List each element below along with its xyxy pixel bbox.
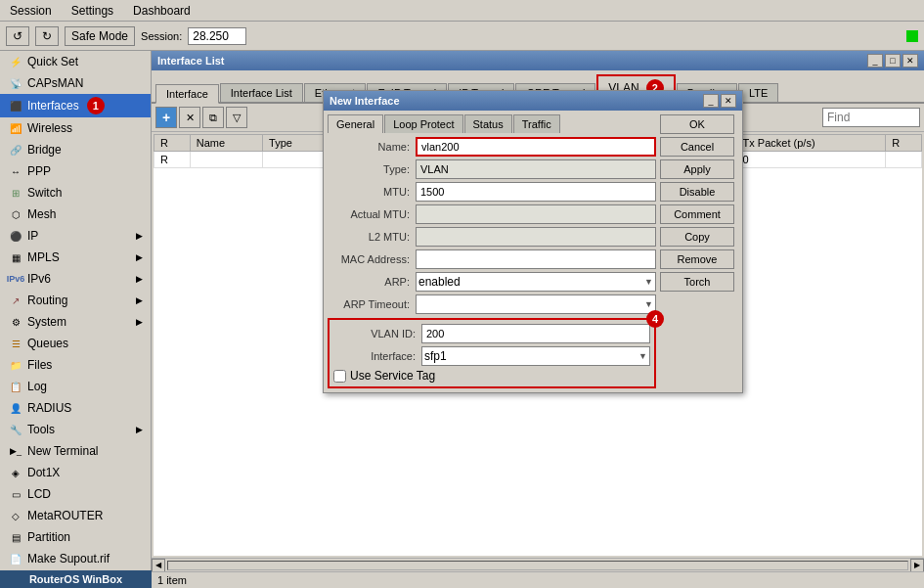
dialog-minimize-button[interactable]: _: [703, 94, 719, 108]
safe-mode-label: Safe Mode: [71, 29, 128, 43]
form-row-interface: Interface: sfp1 ▼: [333, 346, 650, 366]
dialog-tab-traffic[interactable]: Traffic: [513, 114, 560, 133]
sidebar-item-wireless[interactable]: 📶 Wireless: [0, 117, 151, 139]
sidebar-item-label: MPLS: [27, 250, 60, 264]
sidebar-item-bridge[interactable]: 🔗 Bridge: [0, 139, 151, 160]
menu-settings[interactable]: Settings: [66, 2, 119, 20]
actual-mtu-input: [416, 204, 656, 224]
sidebar-item-quick-set[interactable]: ⚡ Quick Set: [0, 51, 151, 72]
cancel-button[interactable]: Cancel: [660, 137, 734, 157]
quick-set-icon: ⚡: [8, 54, 23, 69]
session-value: 28.250: [188, 27, 246, 45]
sidebar-item-radius[interactable]: 👤 RADIUS: [0, 397, 151, 419]
interface-select[interactable]: sfp1 ▼: [421, 346, 650, 366]
ok-button[interactable]: OK: [660, 114, 734, 134]
remove-dialog-button[interactable]: Remove: [660, 249, 734, 269]
filter-button[interactable]: ▽: [226, 107, 247, 128]
dialog-close-button[interactable]: ✕: [721, 94, 736, 108]
ipv6-arrow-icon: ▶: [136, 274, 143, 284]
col-header-r[interactable]: R: [154, 135, 191, 152]
window-restore-button[interactable]: □: [885, 54, 901, 68]
dialog-tab-general[interactable]: General: [328, 114, 383, 133]
copy-button[interactable]: ⧉: [202, 107, 224, 128]
arp-timeout-label: ARP Timeout:: [328, 298, 416, 310]
lcd-icon: ▭: [8, 486, 23, 502]
sidebar-item-ipv6[interactable]: IPv6 IPv6 ▶: [0, 268, 151, 290]
window-close-button[interactable]: ✕: [902, 54, 918, 68]
sidebar-item-switch[interactable]: ⊞ Switch: [0, 182, 151, 204]
vlan-id-label: VLAN ID:: [333, 328, 421, 339]
arp-value: enabled: [418, 275, 461, 289]
sidebar-item-label: Dot1X: [27, 466, 60, 479]
disable-button[interactable]: Disable: [660, 182, 734, 202]
mtu-input[interactable]: [416, 182, 656, 202]
remove-button[interactable]: ✕: [179, 107, 200, 128]
arp-timeout-select[interactable]: ▼: [416, 294, 656, 314]
menu-dashboard[interactable]: Dashboard: [127, 2, 197, 20]
tab-interface-list[interactable]: Interface List: [220, 83, 303, 102]
sidebar-item-ppp[interactable]: ↔ PPP: [0, 160, 151, 182]
undo-button[interactable]: ↺: [6, 26, 29, 46]
col-header-tx-pps[interactable]: Tx Packet (p/s): [736, 135, 886, 152]
sidebar-item-new-terminal[interactable]: ▶_ New Terminal: [0, 440, 151, 462]
sidebar-item-interfaces[interactable]: ⬛ Interfaces 1: [0, 94, 151, 117]
sidebar-item-queues[interactable]: ☰ Queues: [0, 333, 151, 354]
comment-button[interactable]: Comment: [660, 204, 734, 224]
files-icon: 📁: [8, 357, 23, 373]
apply-button[interactable]: Apply: [660, 159, 734, 179]
find-input[interactable]: [822, 108, 920, 127]
col-header-r2[interactable]: R: [886, 135, 922, 152]
torch-button[interactable]: Torch: [660, 272, 734, 292]
dialog-titlebar: New Interface _ ✕: [324, 91, 742, 111]
partition-icon: ▤: [8, 529, 23, 545]
sidebar-item-label: RADIUS: [27, 401, 71, 415]
sidebar-item-capsman[interactable]: 📡 CAPsMAN: [0, 72, 151, 94]
use-service-tag-checkbox[interactable]: [333, 370, 346, 383]
dialog-tab-loop-protect[interactable]: Loop Protect: [384, 114, 462, 133]
dialog-tab-status[interactable]: Status: [464, 114, 512, 133]
tab-interface[interactable]: Interface: [155, 84, 219, 104]
redo-button[interactable]: ↻: [35, 26, 59, 46]
window-minimize-button[interactable]: _: [867, 54, 883, 68]
sidebar-item-routing[interactable]: ↗ Routing ▶: [0, 290, 151, 311]
sidebar-item-system[interactable]: ⚙ System ▶: [0, 311, 151, 333]
sidebar-item-label: Quick Set: [27, 55, 78, 68]
form-badge: 4: [646, 310, 664, 328]
col-header-type[interactable]: Type: [263, 135, 327, 152]
sidebar-item-dot1x[interactable]: ◈ Dot1X: [0, 462, 151, 483]
scroll-right-button[interactable]: ▶: [910, 559, 924, 572]
mac-input[interactable]: [416, 249, 656, 269]
sidebar-item-tools[interactable]: 🔧 Tools ▶: [0, 419, 151, 440]
sidebar-item-label: PPP: [27, 164, 51, 178]
sidebar-item-make-supout[interactable]: 📄 Make Supout.rif: [0, 548, 151, 569]
safe-mode-button[interactable]: Safe Mode: [65, 26, 135, 46]
interface-value: sfp1: [424, 349, 447, 363]
add-button[interactable]: +: [155, 107, 177, 128]
name-input[interactable]: [416, 137, 656, 157]
capsman-icon: 📡: [8, 75, 23, 91]
sidebar-item-ip[interactable]: ⚫ IP ▶: [0, 225, 151, 247]
vlan-id-input[interactable]: [421, 324, 650, 343]
content-area: Interface List _ □ ✕ Interface Interface…: [152, 51, 924, 588]
arp-select[interactable]: enabled ▼: [416, 272, 656, 292]
toolbar: ↺ ↻ Safe Mode Session: 28.250: [0, 22, 924, 51]
sidebar-item-mesh[interactable]: ⬡ Mesh: [0, 204, 151, 225]
sidebar-item-mpls[interactable]: ▦ MPLS ▶: [0, 247, 151, 268]
cell-type: [263, 152, 327, 168]
tab-lte[interactable]: LTE: [738, 83, 778, 102]
arp-dropdown-icon: ▼: [644, 277, 653, 287]
sidebar-item-partition[interactable]: ▤ Partition: [0, 526, 151, 548]
sidebar-item-log[interactable]: 📋 Log: [0, 376, 151, 397]
sidebar-item-files[interactable]: 📁 Files: [0, 354, 151, 376]
use-service-tag-label: Use Service Tag: [350, 369, 435, 383]
form-row-actual-mtu: Actual MTU:: [328, 204, 656, 224]
scroll-left-button[interactable]: ◀: [152, 559, 165, 572]
mesh-icon: ⬡: [8, 206, 23, 222]
sidebar-item-lcd[interactable]: ▭ LCD: [0, 483, 151, 505]
copy-dialog-button[interactable]: Copy: [660, 227, 734, 247]
col-header-name[interactable]: Name: [190, 135, 262, 152]
sidebar-item-metarouter[interactable]: ◇ MetaROUTER: [0, 505, 151, 526]
cell-name: [190, 152, 262, 168]
sidebar-item-label: IPv6: [27, 272, 51, 286]
menu-session[interactable]: Session: [4, 2, 58, 20]
